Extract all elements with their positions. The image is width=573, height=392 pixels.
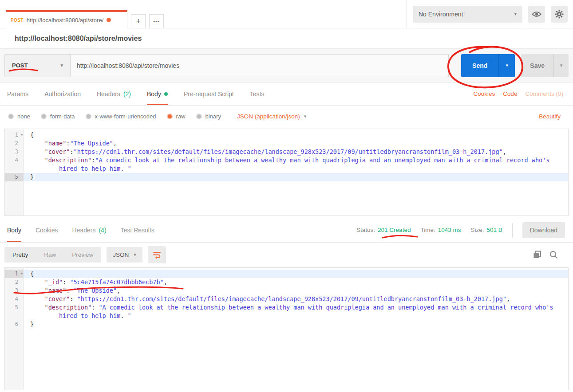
response-section-tab[interactable]: Body <box>7 218 21 242</box>
request-title: http://localhost:8080/api/store/movies <box>0 28 573 48</box>
response-section-tab-label: Body <box>7 227 21 234</box>
body-mode-option[interactable]: form-data <box>41 113 75 120</box>
open-request-tab[interactable]: POST http://localhost:8080/api/store/ <box>6 10 127 28</box>
radio-icon <box>167 114 173 119</box>
line-number: 1▾ <box>5 131 24 139</box>
content-type-selector[interactable]: JSON (application/json) ▾ <box>237 113 306 120</box>
code-line: 3 "name": "The Upside", <box>5 286 568 295</box>
body-mode-option[interactable]: raw <box>167 113 186 120</box>
radio-icon <box>196 114 202 119</box>
tab-options-button[interactable]: ••• <box>149 14 164 28</box>
header-bar: POST http://localhost:8080/api/store/ + … <box>0 0 573 28</box>
tab-count-badge: (4) <box>99 227 106 234</box>
request-section-tab-label: Body <box>147 90 161 98</box>
request-action-link[interactable]: Comments (0) <box>525 90 563 97</box>
code-line: 2 "name":"The Upside", <box>5 139 568 148</box>
chevron-down-icon: ▾ <box>60 63 63 68</box>
body-has-content-dot <box>164 92 168 96</box>
save-button[interactable]: Save <box>521 54 553 77</box>
response-format-selector[interactable]: JSON ▾ <box>107 247 142 263</box>
request-section-tab[interactable]: Params <box>7 82 28 105</box>
response-toolbar: Pretty Raw Preview JSON ▾ <box>0 243 573 267</box>
response-meta-label: Size: <box>470 227 484 233</box>
request-section-tab[interactable]: Tests <box>250 82 265 105</box>
response-view-switcher: Pretty Raw Preview <box>4 247 101 263</box>
tab-method-badge: POST <box>11 18 24 23</box>
response-view-mode[interactable]: Pretty <box>4 247 36 263</box>
new-tab-button[interactable]: + <box>131 14 146 28</box>
code-line-content: "name": "The Upside", <box>24 286 568 295</box>
wrap-lines-icon <box>153 251 161 259</box>
save-options-button[interactable]: ▾ <box>553 54 569 77</box>
request-section-tab-label: Authorization <box>44 90 81 98</box>
beautify-link[interactable]: Beautify <box>539 113 561 120</box>
response-format-label: JSON <box>113 251 129 258</box>
line-number: 2 <box>5 139 24 148</box>
body-mode-option[interactable]: binary <box>196 113 221 120</box>
request-action-link[interactable]: Code <box>503 90 517 97</box>
line-number: 6 <box>5 320 24 329</box>
eye-icon <box>532 11 541 18</box>
environment-selector[interactable]: No Environment ▾ <box>413 6 522 23</box>
code-line-content: { <box>24 270 568 278</box>
chevron-down-icon: ▾ <box>304 114 307 119</box>
settings-button[interactable] <box>551 6 568 23</box>
request-action-link[interactable]: Cookies <box>473 90 495 97</box>
body-mode-label: binary <box>205 113 221 120</box>
copy-response-button[interactable] <box>533 251 541 259</box>
environment-quick-look-button[interactable] <box>528 6 545 23</box>
response-view-mode[interactable]: Raw <box>36 247 64 263</box>
content-type-label: JSON (application/json) <box>237 113 300 120</box>
request-body-editor[interactable]: 1▾{2 "name":"The Upside",3 "cover":"http… <box>4 129 569 216</box>
request-section-tab-label: Pre-request Script <box>184 90 234 98</box>
chevron-down-icon: ▾ <box>560 63 563 68</box>
response-section-tab[interactable]: Cookies <box>36 218 58 242</box>
fold-caret-icon[interactable]: ▾ <box>21 270 23 278</box>
code-line: 6} <box>5 320 568 329</box>
code-line-content: hired to help him. " <box>24 312 568 320</box>
response-meta-item: Status: 201 Created <box>356 227 411 233</box>
code-line: 4 "cover": "https://cdn1.thr.com/sites/d… <box>5 295 568 303</box>
tab-count-badge: (2) <box>123 90 131 98</box>
fold-caret-icon[interactable]: ▾ <box>21 131 23 139</box>
request-section-tab-label: Tests <box>250 90 265 98</box>
radio-icon <box>86 114 91 119</box>
code-line: 4 "description":"A comedic look at the r… <box>5 156 568 165</box>
code-line-content: "name":"The Upside", <box>24 139 568 148</box>
code-line-content: "description": "A comedic look at the re… <box>24 303 568 312</box>
request-section-tab-label: Params <box>7 90 28 98</box>
response-section-tab[interactable]: Headers (4) <box>72 218 107 242</box>
request-url-input[interactable] <box>70 54 449 77</box>
request-section-tab[interactable]: Authorization <box>44 82 81 105</box>
response-view-mode[interactable]: Preview <box>64 247 101 263</box>
line-number: 1▾ <box>5 270 24 278</box>
code-line: 1▾{ <box>5 131 568 139</box>
body-mode-option[interactable]: none <box>8 113 30 120</box>
send-button[interactable]: Send <box>461 54 498 77</box>
code-line-content: } <box>24 320 568 329</box>
line-number <box>5 165 24 173</box>
request-section-tab[interactable]: Body <box>147 82 168 105</box>
code-line: 2 "_id": "5c4e715fa74c07dbbb6ecb7b", <box>5 278 568 286</box>
download-button[interactable]: Download <box>522 222 565 238</box>
wrap-lines-button[interactable] <box>148 246 166 263</box>
chevron-down-icon: ▾ <box>134 252 136 258</box>
chevron-down-icon: ▾ <box>514 11 517 17</box>
url-builder-row: POST ▾ Send ▾ Save ▾ <box>0 48 573 82</box>
code-line: hired to help him. " <box>5 312 568 320</box>
tab-url-label: http://localhost:8080/api/store/ <box>27 17 103 24</box>
send-options-button[interactable]: ▾ <box>498 54 515 77</box>
line-number: 4 <box>5 156 24 165</box>
search-response-button[interactable] <box>549 251 558 259</box>
radio-icon <box>8 114 14 119</box>
vertical-divider <box>512 223 513 237</box>
response-section-tab[interactable]: Test Results <box>121 218 154 242</box>
response-meta-item: Size: 501 B <box>470 227 502 233</box>
request-section-tab[interactable]: Headers (2) <box>97 82 131 105</box>
chevron-down-icon: ▾ <box>506 63 509 68</box>
code-line-content: "cover": "https://cdn1.thr.com/sites/def… <box>24 295 568 303</box>
http-method-selector[interactable]: POST ▾ <box>4 54 70 77</box>
request-section-tab[interactable]: Pre-request Script <box>184 82 234 105</box>
environment-selected-label: No Environment <box>419 11 463 18</box>
body-mode-option[interactable]: x-www-form-urlencoded <box>86 113 156 120</box>
